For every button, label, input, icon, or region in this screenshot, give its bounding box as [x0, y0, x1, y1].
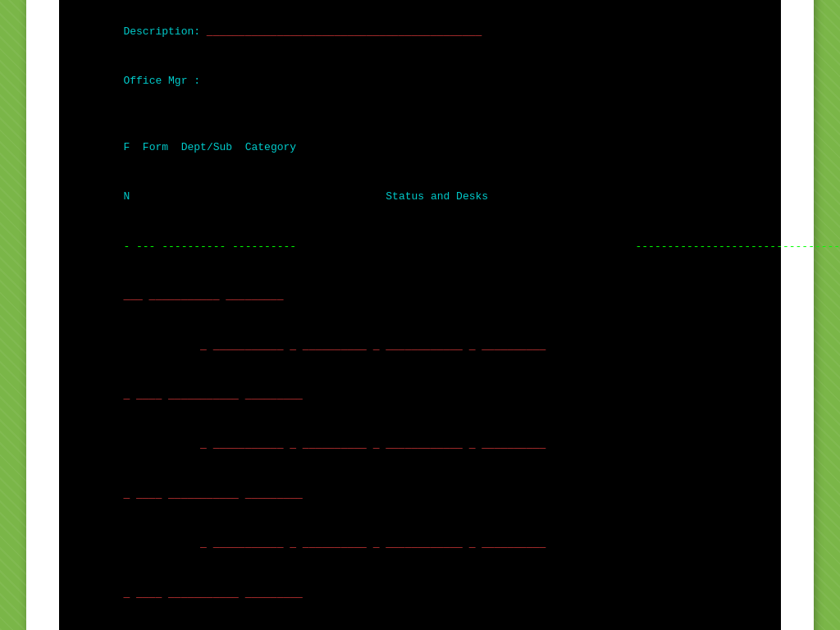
blank2: [72, 0, 768, 7]
data-row-6: _ ___________ _ __________ _ ___________…: [72, 519, 768, 568]
data-row-4: _ ___________ _ __________ _ ___________…: [72, 420, 768, 469]
data-row-8: _ ___________ _ __________ _ ___________…: [72, 619, 768, 630]
separator-line: - --- ---------- ---------- ------------…: [72, 222, 768, 272]
data-row-3: _ ____ ___________ _________: [72, 371, 768, 420]
col-header-line2: N Status and Desks: [72, 172, 768, 221]
col-header-line: F Form Dept/Sub Category: [72, 123, 768, 172]
data-row-1: ___ ___________ _________: [72, 272, 768, 321]
blank3: [72, 107, 768, 123]
data-row-5: _ ____ ___________ _________: [72, 470, 768, 519]
terminal-area: F8209 Field marked is required 921 Dept …: [59, 0, 781, 630]
description-line: Description: ___________________________…: [72, 7, 768, 57]
data-row-7: _ ____ ___________ _________: [72, 569, 768, 619]
main-card: Accounting Resources Screen 921Dept Path…: [26, 0, 814, 630]
office-mgr-line: Office Mgr :: [72, 57, 768, 106]
data-row-2: _ ___________ _ __________ _ ___________…: [72, 322, 768, 371]
